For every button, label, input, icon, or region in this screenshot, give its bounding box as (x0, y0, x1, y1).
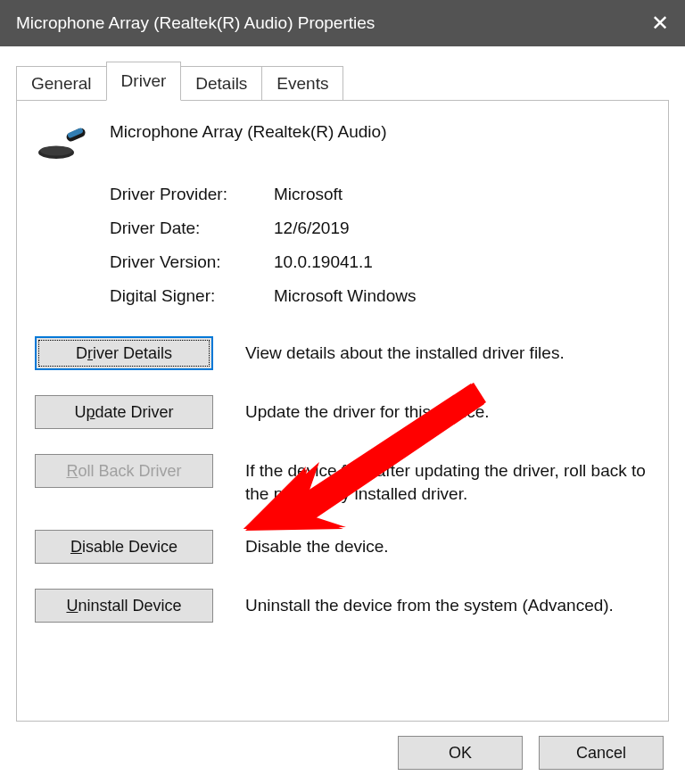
tab-events[interactable]: Events (261, 66, 343, 101)
device-name-label: Microphone Array (Realtek(R) Audio) (110, 119, 386, 142)
window-titlebar: Microphone Array (Realtek(R) Audio) Prop… (0, 0, 685, 46)
info-row-version: Driver Version: 10.0.19041.1 (110, 252, 650, 272)
driver-provider-label: Driver Provider: (110, 185, 274, 204)
svg-point-1 (40, 146, 72, 156)
dialog-footer: OK Cancel (0, 722, 685, 784)
uninstall-device-button[interactable]: Uninstall Device (35, 589, 213, 623)
properties-window: Microphone Array (Realtek(R) Audio) Prop… (0, 0, 685, 784)
microphone-device-icon (38, 122, 88, 160)
tab-driver[interactable]: Driver (106, 62, 182, 101)
btn-text-mn: R (66, 462, 78, 481)
driver-date-value: 12/6/2019 (274, 219, 650, 238)
btn-text-post: date Driver (95, 403, 173, 422)
digital-signer-label: Digital Signer: (110, 286, 274, 306)
ok-button[interactable]: OK (398, 736, 523, 770)
tabstrip: General Driver Details Events (0, 46, 685, 100)
update-driver-desc: Update the driver for this device. (245, 395, 650, 424)
btn-text-post: ninstall Device (78, 597, 181, 615)
disable-device-button[interactable]: Disable Device (35, 530, 213, 564)
btn-text-pre: U (74, 403, 86, 422)
update-driver-button[interactable]: Update Driver (35, 395, 213, 429)
annotation-arrow-icon (243, 342, 493, 547)
driver-info-block: Driver Provider: Microsoft Driver Date: … (110, 185, 650, 306)
window-title: Microphone Array (Realtek(R) Audio) Prop… (16, 13, 375, 33)
tab-details[interactable]: Details (180, 66, 262, 101)
disable-device-desc: Disable the device. (245, 530, 650, 558)
btn-text-mn: p (86, 403, 95, 422)
digital-signer-value: Microsoft Windows (274, 286, 650, 306)
btn-text-post: isable Device (82, 538, 177, 557)
cancel-button[interactable]: Cancel (539, 736, 664, 770)
driver-version-label: Driver Version: (110, 252, 274, 272)
btn-text-mn: U (66, 597, 78, 615)
driver-provider-value: Microsoft (274, 185, 650, 204)
action-row-rollback: Roll Back Driver If the device fails aft… (35, 454, 650, 505)
roll-back-driver-desc: If the device fails after updating the d… (245, 454, 650, 505)
info-row-date: Driver Date: 12/6/2019 (110, 219, 650, 238)
roll-back-driver-button: Roll Back Driver (35, 454, 213, 488)
driver-details-desc: View details about the installed driver … (245, 336, 650, 365)
device-header: Microphone Array (Realtek(R) Audio) (35, 119, 650, 160)
action-row-uninstall: Uninstall Device Uninstall the device fr… (35, 589, 650, 623)
driver-details-button[interactable]: Driver Details (35, 336, 213, 370)
btn-text-pre: D (76, 344, 87, 363)
action-row-disable: Disable Device Disable the device. (35, 530, 650, 564)
driver-date-label: Driver Date: (110, 219, 274, 238)
action-row-update: Update Driver Update the driver for this… (35, 395, 650, 429)
btn-text-mn: D (70, 538, 82, 557)
driver-version-value: 10.0.19041.1 (274, 252, 650, 272)
tab-general[interactable]: General (16, 66, 107, 101)
info-row-signer: Digital Signer: Microsoft Windows (110, 286, 650, 306)
btn-text-post: oll Back Driver (78, 462, 181, 481)
close-icon[interactable]: ✕ (651, 11, 669, 36)
info-row-provider: Driver Provider: Microsoft (110, 185, 650, 204)
tab-panel-driver: Microphone Array (Realtek(R) Audio) Driv… (16, 100, 669, 722)
action-row-details: Driver Details View details about the in… (35, 336, 650, 370)
btn-text-post: iver Details (93, 344, 172, 363)
uninstall-device-desc: Uninstall the device from the system (Ad… (245, 589, 650, 617)
